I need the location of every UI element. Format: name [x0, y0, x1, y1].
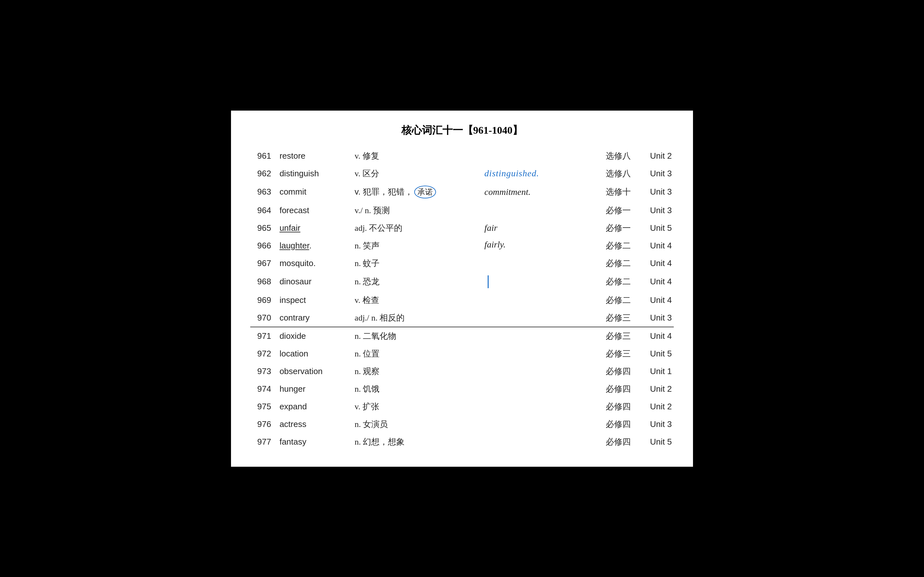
main-screen: 核心词汇十一【961-1040】 961restorev. 修复选修八Unit … — [231, 111, 693, 467]
table-row: 970contraryadj./ n. 相反的必修三Unit 3 — [250, 309, 674, 327]
row-number: 974 — [250, 380, 278, 398]
textbook-name: 选修八 — [578, 147, 633, 165]
row-number: 965 — [250, 219, 278, 237]
word-definition: n. 恐龙 — [352, 272, 483, 292]
unit-number: Unit 3 — [633, 201, 674, 219]
row-number: 973 — [250, 363, 278, 380]
textbook-name: 选修十 — [578, 182, 633, 201]
unit-number: Unit 4 — [633, 272, 674, 292]
row-number: 967 — [250, 255, 278, 272]
handwritten-annotation: distinguished. — [483, 165, 578, 182]
vocabulary-word: laughter. — [278, 237, 352, 255]
vocabulary-word: hunger — [278, 380, 352, 398]
textbook-name: 必修四 — [578, 380, 633, 398]
handwritten-annotation: fairly. — [483, 237, 578, 255]
word-definition: n. 女演员 — [352, 416, 483, 433]
row-number: 977 — [250, 433, 278, 451]
row-number: 969 — [250, 292, 278, 309]
unit-number: Unit 5 — [633, 433, 674, 451]
unit-number: Unit 2 — [633, 147, 674, 165]
table-row: 964forecastv./ n. 预测必修一Unit 3 — [250, 201, 674, 219]
unit-number: Unit 2 — [633, 398, 674, 416]
vocabulary-word: location — [278, 345, 352, 363]
vocabulary-word: unfair — [278, 219, 352, 237]
table-row: 968dinosaurn. 恐龙必修二Unit 4 — [250, 272, 674, 292]
row-number: 971 — [250, 327, 278, 345]
table-row: 974hungern. 饥饿必修四Unit 2 — [250, 380, 674, 398]
textbook-name: 必修三 — [578, 309, 633, 327]
handwritten-annotation — [483, 345, 578, 363]
row-number: 976 — [250, 416, 278, 433]
textbook-name: 必修一 — [578, 219, 633, 237]
row-number: 975 — [250, 398, 278, 416]
row-number: 963 — [250, 182, 278, 201]
word-definition: v. 检查 — [352, 292, 483, 309]
word-definition: v. 犯罪，犯错，承诺 — [352, 182, 483, 201]
vocabulary-word: mosquito. — [278, 255, 352, 272]
row-number: 968 — [250, 272, 278, 292]
unit-number: Unit 4 — [633, 292, 674, 309]
vocabulary-word: distinguish — [278, 165, 352, 182]
unit-number: Unit 4 — [633, 255, 674, 272]
table-row: 965unfairadj. 不公平的fair必修一Unit 5 — [250, 219, 674, 237]
vocabulary-word: observation — [278, 363, 352, 380]
table-row: 975expandv. 扩张必修四Unit 2 — [250, 398, 674, 416]
handwritten-annotation — [483, 327, 578, 345]
annotation-fairly: fairly. — [485, 239, 576, 250]
word-definition: v./ n. 预测 — [352, 201, 483, 219]
vocabulary-word: expand — [278, 398, 352, 416]
table-row: 963commitv. 犯罪，犯错，承诺commitment.选修十Unit 3 — [250, 182, 674, 201]
page-title: 核心词汇十一【961-1040】 — [250, 123, 674, 137]
table-row: 972locationn. 位置必修三Unit 5 — [250, 345, 674, 363]
blue-vertical-line — [488, 276, 489, 288]
unit-number: Unit 3 — [633, 416, 674, 433]
annotation-distinguished: distinguished. — [485, 168, 539, 178]
word-definition: v. 区分 — [352, 165, 483, 182]
vocabulary-word: commit — [278, 182, 352, 201]
unit-number: Unit 3 — [633, 165, 674, 182]
row-number: 962 — [250, 165, 278, 182]
vocabulary-word: inspect — [278, 292, 352, 309]
table-row: 977fantasyn. 幻想，想象必修四Unit 5 — [250, 433, 674, 451]
unit-number: Unit 3 — [633, 309, 674, 327]
handwritten-annotation — [483, 147, 578, 165]
vocabulary-word: dioxide — [278, 327, 352, 345]
unit-number: Unit 4 — [633, 327, 674, 345]
handwritten-annotation — [483, 201, 578, 219]
textbook-name: 必修二 — [578, 292, 633, 309]
word-definition: n. 笑声 — [352, 237, 483, 255]
word-definition: adj. 不公平的 — [352, 219, 483, 237]
handwritten-annotation — [483, 255, 578, 272]
table-row: 971dioxiden. 二氧化物必修三Unit 4 — [250, 327, 674, 345]
word-definition: adj./ n. 相反的 — [352, 309, 483, 327]
vocabulary-word: fantasy — [278, 433, 352, 451]
unit-number: Unit 1 — [633, 363, 674, 380]
word-definition: v. 修复 — [352, 147, 483, 165]
word-definition: n. 蚊子 — [352, 255, 483, 272]
textbook-name: 必修四 — [578, 363, 633, 380]
textbook-name: 必修三 — [578, 345, 633, 363]
unit-number: Unit 4 — [633, 237, 674, 255]
textbook-name: 必修四 — [578, 433, 633, 451]
textbook-name: 必修一 — [578, 201, 633, 219]
handwritten-annotation — [483, 309, 578, 327]
handwritten-annotation — [483, 433, 578, 451]
word-definition: n. 观察 — [352, 363, 483, 380]
table-row: 973observationn. 观察必修四Unit 1 — [250, 363, 674, 380]
word-definition: n. 幻想，想象 — [352, 433, 483, 451]
table-row: 976actressn. 女演员必修四Unit 3 — [250, 416, 674, 433]
row-number: 970 — [250, 309, 278, 327]
row-number: 972 — [250, 345, 278, 363]
table-row: 966laughter.n. 笑声fairly.必修二Unit 4 — [250, 237, 674, 255]
unit-number: Unit 3 — [633, 182, 674, 201]
unit-number: Unit 2 — [633, 380, 674, 398]
textbook-name: 必修二 — [578, 237, 633, 255]
row-number: 964 — [250, 201, 278, 219]
handwritten-annotation — [483, 272, 578, 292]
row-number: 961 — [250, 147, 278, 165]
row-number: 966 — [250, 237, 278, 255]
handwritten-annotation — [483, 292, 578, 309]
word-definition: v. 扩张 — [352, 398, 483, 416]
handwritten-annotation: commitment. — [483, 182, 578, 201]
annotation-commitment: commitment. — [485, 187, 531, 197]
